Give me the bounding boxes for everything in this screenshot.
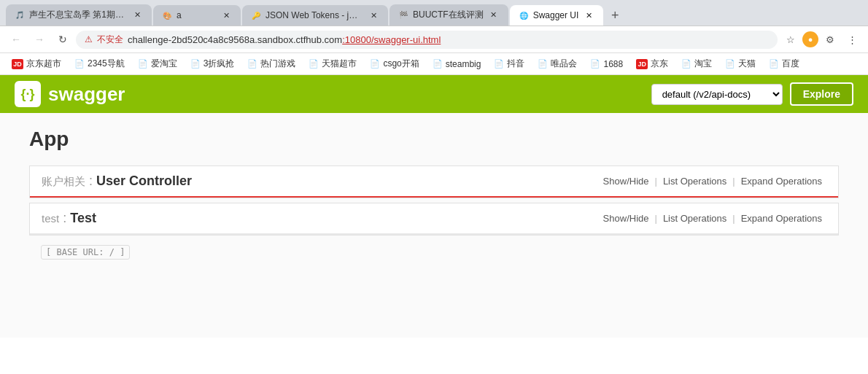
- user-show-hide-link[interactable]: Show/Hide: [599, 174, 654, 188]
- tab-2-close[interactable]: ✕: [220, 9, 232, 21]
- swagger-logo-icon: {·}: [15, 81, 41, 107]
- bookmark-baidu[interactable]: 📄 百度: [763, 55, 805, 72]
- tab-4[interactable]: 🏁 BUUCTF在线评测 ✕: [390, 4, 508, 26]
- tab-1-close[interactable]: ✕: [131, 9, 143, 21]
- bookmark-csgo-icon: 📄: [370, 59, 380, 69]
- bookmark-douyin[interactable]: 📄 抖音: [488, 55, 530, 72]
- bookmark-csgo-label: csgo开箱: [383, 58, 419, 70]
- tab-3[interactable]: 🔑 JSON Web Tokens - jwt.io ✕: [242, 5, 388, 26]
- tab-3-favicon: 🔑: [251, 10, 261, 20]
- user-controller-section: 账户相关 : User Controller Show/Hide | List …: [29, 165, 839, 198]
- user-list-operations-link[interactable]: List Operations: [659, 174, 731, 188]
- test-expand-operations-link[interactable]: Expand Operations: [737, 211, 826, 225]
- swagger-logo: {·} swagger: [15, 81, 125, 107]
- test-show-hide-link[interactable]: Show/Hide: [599, 211, 654, 225]
- swagger-base-url-text: [ BASE URL: / ]: [41, 245, 130, 260]
- user-sep-1: |: [653, 176, 658, 187]
- bookmark-tmall-icon: 📄: [725, 59, 735, 69]
- user-controller-header: 账户相关 : User Controller Show/Hide | List …: [30, 166, 838, 198]
- test-controller-actions: Show/Hide | List Operations | Expand Ope…: [599, 211, 826, 225]
- bookmark-2345[interactable]: 📄 2345导航: [69, 55, 131, 72]
- test-controller-colon: :: [63, 211, 70, 225]
- back-button[interactable]: ←: [6, 29, 26, 50]
- user-controller-colon: :: [89, 174, 96, 188]
- tab-5-close[interactable]: ✕: [583, 9, 594, 21]
- insecure-icon: ⚠: [85, 34, 93, 44]
- navigation-bar: ← → ↻ ⚠ 不安全 challenge-2bd520c4a8c9568a.s…: [0, 26, 868, 53]
- bookmark-csgo[interactable]: 📄 csgo开箱: [364, 55, 425, 72]
- tab-2-title: a: [177, 10, 216, 20]
- address-path: /swagger-ui.html: [371, 34, 441, 45]
- bookmark-star-button[interactable]: ☆: [780, 29, 801, 50]
- user-controller-actions: Show/Hide | List Operations | Expand Ope…: [599, 174, 826, 188]
- bookmark-aitaobao[interactable]: 📄 爱淘宝: [132, 55, 183, 72]
- bookmark-baidu-label: 百度: [782, 58, 799, 70]
- test-controller-section: test : Test Show/Hide | List Operations …: [29, 203, 839, 235]
- extension-button[interactable]: ⚙: [820, 29, 840, 50]
- test-controller-header: test : Test Show/Hide | List Operations …: [30, 203, 838, 235]
- tab-2[interactable]: 🎨 a ✕: [153, 5, 241, 26]
- bookmark-taobao-icon: 📄: [681, 59, 691, 69]
- bookmark-1688-label: 1688: [603, 59, 623, 69]
- bookmark-games-icon: 📄: [247, 59, 257, 69]
- bookmark-steambig-label: steambig: [446, 59, 481, 69]
- new-tab-button[interactable]: +: [605, 5, 625, 26]
- tab-4-title: BUUCTF在线评测: [413, 9, 484, 21]
- bookmark-3zhe[interactable]: 📄 3折疯抢: [185, 55, 241, 72]
- tab-5-title: Swagger UI: [533, 10, 579, 20]
- jd2-icon: JD: [636, 59, 648, 69]
- bookmark-jd[interactable]: JD 京东: [630, 55, 674, 72]
- swagger-logo-text: swagger: [48, 83, 125, 106]
- tab-1[interactable]: 🎵 声生不息宝岛季 第1期（上） ✕: [6, 4, 152, 26]
- bookmark-vip-label: 唯品会: [551, 58, 577, 70]
- bookmark-taobao-label: 淘宝: [694, 58, 712, 70]
- swagger-header: {·} swagger default (/v2/api-docs) Explo…: [0, 75, 868, 113]
- menu-button[interactable]: ⋮: [842, 29, 862, 50]
- reload-button[interactable]: ↻: [53, 29, 73, 50]
- nav-right-controls: ☆ ● ⚙ ⋮: [780, 29, 862, 50]
- bookmark-2345-label: 2345导航: [88, 58, 125, 70]
- bookmark-1688[interactable]: 📄 1688: [584, 57, 629, 71]
- bookmark-games[interactable]: 📄 热门游戏: [241, 55, 301, 72]
- bookmark-tmall[interactable]: 📄 天猫: [719, 55, 762, 72]
- test-list-operations-link[interactable]: List Operations: [659, 211, 731, 225]
- tab-1-title: 声生不息宝岛季 第1期（上）: [29, 9, 127, 21]
- bookmark-taobao[interactable]: 📄 淘宝: [675, 55, 718, 72]
- user-controller-en: User Controller: [96, 174, 192, 188]
- bookmark-douyin-icon: 📄: [494, 59, 504, 69]
- user-controller-zh: 账户相关: [42, 175, 85, 187]
- address-domain: challenge-2bd520c4a8c9568a.sandbox.ctfhu…: [128, 34, 441, 45]
- address-bar[interactable]: ⚠ 不安全 challenge-2bd520c4a8c9568a.sandbox…: [76, 31, 778, 49]
- bookmark-vip[interactable]: 📄 唯品会: [532, 55, 583, 72]
- tab-3-close[interactable]: ✕: [368, 9, 379, 21]
- bookmark-jd-super[interactable]: JD 京东超市: [6, 55, 67, 72]
- tab-bar: 🎵 声生不息宝岛季 第1期（上） ✕ 🎨 a ✕ 🔑 JSON Web Toke…: [0, 0, 868, 26]
- bookmark-tmall-super[interactable]: 📄 天猫超市: [303, 55, 363, 72]
- browser-window: 🎵 声生不息宝岛季 第1期（上） ✕ 🎨 a ✕ 🔑 JSON Web Toke…: [0, 0, 868, 338]
- swagger-base-url: [ BASE URL: / ]: [29, 240, 839, 265]
- swagger-explore-button[interactable]: Explore: [790, 82, 853, 106]
- test-controller-title: test : Test: [42, 211, 96, 226]
- bookmark-aitaobao-label: 爱淘宝: [151, 58, 177, 70]
- profile-button[interactable]: ●: [802, 31, 818, 47]
- test-sep-2: |: [731, 213, 736, 224]
- bookmark-games-label: 热门游戏: [260, 58, 295, 70]
- bookmark-tmall-label: 天猫: [738, 58, 756, 70]
- tab-1-favicon: 🎵: [15, 10, 25, 20]
- forward-button[interactable]: →: [29, 29, 50, 50]
- swagger-logo-symbol: {·}: [20, 87, 34, 102]
- tab-4-favicon: 🏁: [398, 10, 408, 20]
- bookmark-steambig[interactable]: 📄 steambig: [427, 57, 487, 71]
- bookmark-2345-icon: 📄: [74, 59, 85, 69]
- bookmark-3zhe-label: 3折疯抢: [204, 58, 235, 70]
- bookmark-3zhe-icon: 📄: [190, 59, 201, 69]
- bookmark-baidu-icon: 📄: [769, 59, 779, 69]
- tab-5[interactable]: 🌐 Swagger UI ✕: [510, 5, 604, 26]
- bookmark-jd-label: 京东: [651, 58, 668, 70]
- user-expand-operations-link[interactable]: Expand Operations: [737, 174, 826, 188]
- tab-4-close[interactable]: ✕: [488, 9, 500, 21]
- bookmark-1688-icon: 📄: [590, 59, 600, 69]
- insecure-label: 不安全: [97, 34, 123, 46]
- swagger-api-selector[interactable]: default (/v2/api-docs): [651, 84, 783, 105]
- tab-5-favicon: 🌐: [519, 10, 529, 20]
